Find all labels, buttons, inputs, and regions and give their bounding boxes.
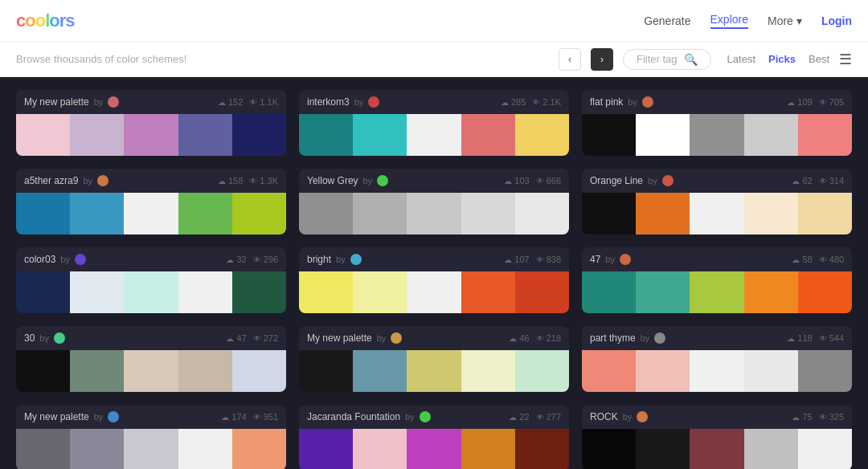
color-swatch[interactable] bbox=[232, 114, 286, 156]
color-swatch[interactable] bbox=[16, 271, 70, 313]
color-swatch[interactable] bbox=[515, 271, 569, 313]
color-swatch[interactable] bbox=[690, 350, 743, 392]
palette-card[interactable]: flat pinkby☁ 109👁 705 bbox=[582, 90, 852, 156]
palette-card[interactable]: interkom3by☁ 285👁 2.1K bbox=[299, 90, 569, 156]
color-swatch[interactable] bbox=[515, 114, 569, 156]
color-swatch[interactable] bbox=[16, 114, 70, 156]
color-swatch[interactable] bbox=[299, 114, 353, 156]
color-swatch[interactable] bbox=[461, 271, 515, 313]
color-swatch[interactable] bbox=[690, 193, 743, 234]
palette-card[interactable]: My new paletteby☁ 174👁 951 bbox=[16, 405, 286, 469]
color-swatch[interactable] bbox=[232, 271, 286, 313]
color-swatch[interactable] bbox=[232, 193, 286, 234]
color-swatch[interactable] bbox=[690, 429, 743, 469]
palette-card[interactable]: ROCKby☁ 75👁 325 bbox=[582, 405, 852, 469]
color-swatch[interactable] bbox=[798, 350, 852, 392]
palette-card[interactable]: brightby☁ 107👁 838 bbox=[299, 247, 569, 313]
palette-card[interactable]: 47by☁ 58👁 480 bbox=[582, 247, 852, 313]
color-swatch[interactable] bbox=[407, 271, 461, 313]
tab-picks[interactable]: Picks bbox=[768, 53, 796, 65]
color-swatch[interactable] bbox=[232, 350, 286, 392]
color-swatch[interactable] bbox=[124, 350, 178, 392]
menu-icon[interactable]: ☰ bbox=[839, 51, 852, 68]
color-swatch[interactable] bbox=[70, 193, 124, 234]
palette-card[interactable]: Orange Lineby☁ 62👁 314 bbox=[582, 169, 852, 234]
color-swatch[interactable] bbox=[299, 429, 353, 469]
color-swatch[interactable] bbox=[70, 350, 124, 392]
color-swatch[interactable] bbox=[178, 271, 232, 313]
color-swatch[interactable] bbox=[178, 193, 232, 234]
color-swatch[interactable] bbox=[582, 114, 636, 156]
color-swatch[interactable] bbox=[798, 271, 852, 313]
tab-latest[interactable]: Latest bbox=[727, 53, 755, 65]
nav-generate[interactable]: Generate bbox=[644, 14, 690, 27]
color-swatch[interactable] bbox=[299, 193, 353, 234]
color-swatch[interactable] bbox=[690, 271, 743, 313]
color-swatch[interactable] bbox=[636, 193, 690, 234]
color-swatch[interactable] bbox=[353, 271, 407, 313]
color-swatch[interactable] bbox=[744, 350, 798, 392]
filter-tag-input[interactable]: Filter tag 🔍 bbox=[623, 49, 711, 70]
color-swatch[interactable] bbox=[582, 193, 636, 234]
palette-card[interactable]: Jacaranda Fountationby☁ 22👁 277 bbox=[299, 405, 569, 469]
color-swatch[interactable] bbox=[232, 429, 286, 469]
color-swatch[interactable] bbox=[798, 429, 852, 469]
nav-more[interactable]: More ▾ bbox=[768, 14, 802, 27]
color-swatch[interactable] bbox=[299, 271, 353, 313]
palette-card[interactable]: color03by☁ 32👁 296 bbox=[16, 247, 286, 313]
color-swatch[interactable] bbox=[461, 114, 515, 156]
color-swatch[interactable] bbox=[124, 429, 178, 469]
color-swatch[interactable] bbox=[353, 429, 407, 469]
palette-card[interactable]: a5ther azra9by☁ 158👁 1.3K bbox=[16, 169, 286, 234]
nav-explore[interactable]: Explore bbox=[710, 13, 748, 29]
color-swatch[interactable] bbox=[636, 114, 690, 156]
color-swatch[interactable] bbox=[178, 114, 232, 156]
tab-best[interactable]: Best bbox=[809, 53, 829, 65]
color-swatch[interactable] bbox=[407, 350, 461, 392]
color-swatch[interactable] bbox=[16, 350, 70, 392]
prev-arrow[interactable]: ‹ bbox=[559, 48, 581, 71]
color-swatch[interactable] bbox=[636, 271, 690, 313]
color-swatch[interactable] bbox=[461, 193, 515, 234]
color-swatch[interactable] bbox=[70, 271, 124, 313]
color-swatch[interactable] bbox=[582, 350, 636, 392]
color-swatch[interactable] bbox=[798, 193, 852, 234]
color-swatch[interactable] bbox=[636, 350, 690, 392]
color-swatch[interactable] bbox=[798, 114, 852, 156]
next-arrow[interactable]: › bbox=[591, 48, 613, 71]
color-swatch[interactable] bbox=[124, 271, 178, 313]
nav-login[interactable]: Login bbox=[821, 14, 852, 27]
palette-card[interactable]: 30by☁ 47👁 272 bbox=[16, 326, 286, 392]
color-swatch[interactable] bbox=[582, 429, 636, 469]
color-swatch[interactable] bbox=[407, 429, 461, 469]
color-swatch[interactable] bbox=[636, 429, 690, 469]
color-swatch[interactable] bbox=[178, 350, 232, 392]
color-swatch[interactable] bbox=[515, 429, 569, 469]
color-swatch[interactable] bbox=[353, 114, 407, 156]
palette-card[interactable]: Yellow Greyby☁ 103👁 666 bbox=[299, 169, 569, 234]
color-swatch[interactable] bbox=[353, 193, 407, 234]
color-swatch[interactable] bbox=[407, 114, 461, 156]
color-swatch[interactable] bbox=[690, 114, 743, 156]
color-swatch[interactable] bbox=[16, 193, 70, 234]
color-swatch[interactable] bbox=[70, 114, 124, 156]
color-swatch[interactable] bbox=[515, 350, 569, 392]
color-swatch[interactable] bbox=[744, 193, 798, 234]
color-swatch[interactable] bbox=[353, 350, 407, 392]
color-swatch[interactable] bbox=[124, 193, 178, 234]
color-swatch[interactable] bbox=[178, 429, 232, 469]
color-swatch[interactable] bbox=[124, 114, 178, 156]
color-swatch[interactable] bbox=[299, 350, 353, 392]
palette-card[interactable]: My new paletteby☁ 152👁 1.1K bbox=[16, 90, 286, 156]
color-swatch[interactable] bbox=[16, 429, 70, 469]
color-swatch[interactable] bbox=[744, 429, 798, 469]
color-swatch[interactable] bbox=[70, 429, 124, 469]
color-swatch[interactable] bbox=[461, 429, 515, 469]
palette-card[interactable]: My new paletteby☁ 46👁 218 bbox=[299, 326, 569, 392]
palette-card[interactable]: part thymeby☁ 118👁 544 bbox=[582, 326, 852, 392]
color-swatch[interactable] bbox=[407, 193, 461, 234]
color-swatch[interactable] bbox=[461, 350, 515, 392]
color-swatch[interactable] bbox=[744, 271, 798, 313]
color-swatch[interactable] bbox=[582, 271, 636, 313]
color-swatch[interactable] bbox=[744, 114, 798, 156]
